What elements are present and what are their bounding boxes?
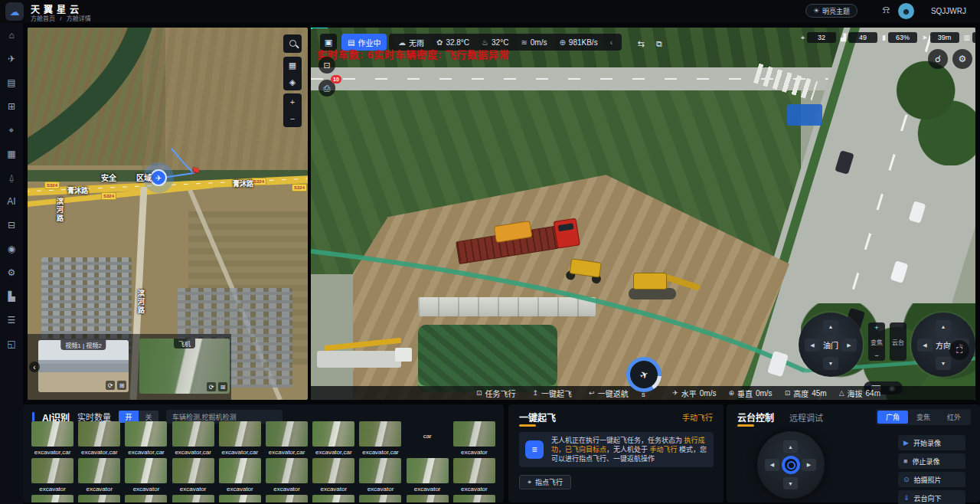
gimbal-left-button[interactable]: ◀ xyxy=(765,459,779,471)
sidebar-item-drone[interactable]: ✈ xyxy=(0,47,23,70)
thumbnail-aircraft-camera[interactable]: 飞机 ⟳ ⊞ xyxy=(139,339,230,394)
notification-bell-icon[interactable]: ⍾ xyxy=(883,3,890,16)
share-button[interactable]: ☌ xyxy=(928,49,948,69)
detection-thumbnail[interactable]: excavator xyxy=(76,458,122,495)
user-avatar[interactable]: ☻ xyxy=(898,3,914,19)
drone-marker[interactable]: ✈ xyxy=(150,169,167,186)
gimbal-center-button[interactable] xyxy=(782,456,800,474)
direction-up-button[interactable]: ▲ xyxy=(936,320,951,333)
detection-thumbnail[interactable] xyxy=(310,495,357,502)
map-grid-button[interactable]: ▦ xyxy=(283,57,302,74)
collapse-weather-chevron[interactable]: ‹ xyxy=(610,38,612,47)
swap-view-button[interactable]: ⇆ xyxy=(632,35,649,52)
camera-action-button[interactable]: ▶ 开始录像 xyxy=(898,435,965,450)
pip-button[interactable]: ⧉ xyxy=(651,35,668,52)
detection-thumbnail[interactable]: excavator xyxy=(404,458,451,495)
detection-thumbnail[interactable] xyxy=(29,495,76,502)
detection-thumbnail[interactable] xyxy=(451,495,498,502)
throttle-down-button[interactable]: ▼ xyxy=(823,357,838,370)
sidebar-item-tools[interactable]: ⚙ xyxy=(0,260,23,284)
detection-thumbnail[interactable] xyxy=(76,495,122,502)
detection-thumbnail[interactable]: excavator,car xyxy=(122,421,169,458)
sidebar-item-stats[interactable]: ▙ xyxy=(0,284,23,308)
detection-thumbnail[interactable]: excavator xyxy=(310,458,357,495)
detection-thumbnail[interactable] xyxy=(357,495,403,502)
camera-action-button[interactable]: ⊙ 拍摄照片 xyxy=(898,472,965,487)
live-video-panel[interactable]: 卡车 挖掘机 轿车 轿车 轿车 轿车 轿车 xyxy=(311,28,975,400)
detection-thumbnail[interactable]: excavator,car xyxy=(217,421,263,458)
detection-thumbnail[interactable]: excavator xyxy=(217,458,263,495)
one-key-return-button[interactable]: ↩一键返航 xyxy=(589,388,629,399)
detection-thumbnail[interactable]: excavator xyxy=(122,458,169,495)
sidebar-item-ai[interactable]: AI xyxy=(0,189,23,213)
collapse-thumbnails-chevron[interactable]: ‹ xyxy=(29,362,40,372)
camera-action-button[interactable]: ■ 停止录像 xyxy=(898,453,965,469)
frame-capture-button[interactable]: ⊡ xyxy=(318,57,335,74)
detection-thumbnail[interactable]: excavator,car xyxy=(357,421,403,458)
sidebar-item-console[interactable]: ◱ xyxy=(0,332,23,355)
refresh-icon[interactable]: ⟳ xyxy=(106,381,115,390)
map-zoom-out-button[interactable]: − xyxy=(283,110,302,127)
detection-thumbnail[interactable] xyxy=(170,495,217,502)
one-key-takeoff-button[interactable]: ↥一键起飞 xyxy=(533,388,573,399)
map-panel[interactable]: S324S324S324S324 膏沐路膏沐路 滨河路滨河路 ✈ 安全区域 ⚑ … xyxy=(28,28,308,400)
sidebar-item-hangar[interactable]: ▤ xyxy=(0,70,23,94)
zoom-slider[interactable]: + 变焦 − xyxy=(868,322,885,361)
camera-mode-segment[interactable]: 红外 xyxy=(939,411,969,424)
sidebar-item-server[interactable]: ☰ xyxy=(0,308,23,332)
direction-left-button[interactable]: ◀ xyxy=(917,339,933,352)
tab-gimbal-control[interactable]: 云台控制 xyxy=(737,411,774,424)
camera-action-button[interactable]: ⇓ 云台向下 xyxy=(898,490,965,504)
detection-thumbnail[interactable] xyxy=(122,495,169,502)
point-fly-button[interactable]: ⌖ 指点飞行 xyxy=(519,475,571,489)
throttle-left-button[interactable]: ◀ xyxy=(805,339,820,352)
map-search-button[interactable] xyxy=(283,34,302,53)
refresh-icon[interactable]: ⟳ xyxy=(207,382,216,391)
sidebar-item-routes[interactable]: ⌖ xyxy=(0,118,23,142)
detection-thumbnail[interactable] xyxy=(404,495,451,502)
settings-button[interactable]: ⚙ xyxy=(952,49,972,69)
throttle-up-button[interactable]: ▲ xyxy=(823,320,838,333)
thumbnail-dock-camera[interactable]: 视频1 | 视频2 ⟳ ⊞ xyxy=(38,340,129,392)
gimbal-down-button[interactable]: ▼ xyxy=(783,477,798,489)
sidebar-item-files[interactable]: ⊟ xyxy=(0,213,23,237)
direction-down-button[interactable]: ▼ xyxy=(936,357,951,370)
tab-remote-debug[interactable]: 远程调试 xyxy=(789,411,823,424)
detection-thumbnail[interactable]: excavator,car xyxy=(263,421,310,458)
detection-thumbnail[interactable]: excavator,car xyxy=(29,421,76,458)
fullscreen-icon[interactable]: ⊞ xyxy=(117,381,126,390)
sidebar-item-home[interactable]: ⌂ xyxy=(0,23,23,47)
detection-thumbnail[interactable]: excavator xyxy=(263,458,310,495)
map-zoom-in-button[interactable]: + xyxy=(283,93,302,110)
detection-thumbnail[interactable]: excavator,car xyxy=(76,421,122,458)
gimbal-dpad[interactable]: ▲ ◀ ▶ ▼ xyxy=(757,431,825,499)
detection-thumbnail[interactable]: car xyxy=(404,421,451,458)
throttle-joystick[interactable]: ▲ ◀ ▶ ▼ 油门 xyxy=(799,313,863,377)
sidebar-item-station[interactable]: ⍙ xyxy=(0,165,23,189)
camera-mode-segment[interactable]: 变焦 xyxy=(908,411,939,424)
sidebar-item-map[interactable]: ▦ xyxy=(0,142,23,165)
detection-thumbnail[interactable]: excavator xyxy=(170,458,217,495)
detection-thumbnail[interactable] xyxy=(217,495,263,502)
manual-flight-link[interactable]: 手动飞行 xyxy=(682,411,713,423)
detection-thumbnail[interactable]: excavator xyxy=(357,458,403,495)
gimbal-up-button[interactable]: ▲ xyxy=(783,440,798,453)
mission-flight-button[interactable]: ⊡任务飞行 xyxy=(476,388,516,399)
gimbal-right-button[interactable]: ▶ xyxy=(802,459,816,471)
gimbal-slider[interactable]: 云台 xyxy=(890,322,906,361)
fullscreen-icon[interactable]: ⊞ xyxy=(218,382,227,391)
detection-thumbnail[interactable]: excavator xyxy=(451,421,498,458)
detection-thumbnail[interactable]: excavator xyxy=(451,458,498,495)
detection-thumbnail[interactable] xyxy=(263,495,310,502)
detection-thumbnail[interactable]: excavator,car xyxy=(310,421,357,458)
fullscreen-button[interactable]: ⛶ xyxy=(949,340,969,360)
detection-thumbnail[interactable]: excavator,car xyxy=(170,421,217,458)
breadcrumb-home[interactable]: 方舱首页 xyxy=(31,15,55,22)
theme-toggle[interactable]: ☀ 明亮主题 xyxy=(805,4,858,18)
camera-mode-segment[interactable]: 广角 xyxy=(877,411,908,424)
map-layers-button[interactable]: ◈ xyxy=(283,74,302,90)
sidebar-item-apps[interactable]: ⊞ xyxy=(0,94,23,118)
sidebar-item-device[interactable]: ◉ xyxy=(0,237,23,260)
detection-thumbnail[interactable]: excavator xyxy=(29,458,76,495)
compass[interactable]: ✈ xyxy=(626,357,662,392)
